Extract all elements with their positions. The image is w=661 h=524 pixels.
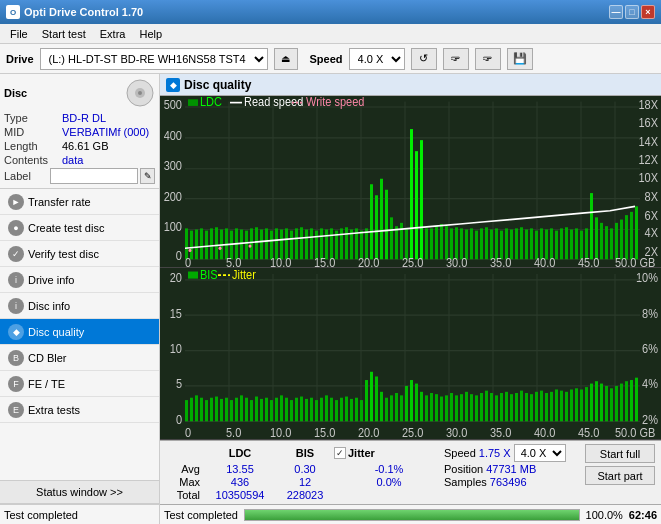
svg-rect-110 [560,228,563,259]
avg-row: Avg 13.55 0.30 -0.1% Position 47731 MB [166,463,581,475]
svg-rect-106 [540,228,543,259]
sidebar-item-transfer-rate[interactable]: ► Transfer rate [0,189,159,215]
svg-rect-260 [620,384,623,422]
svg-rect-195 [295,398,298,422]
svg-rect-253 [585,387,588,421]
svg-rect-92 [470,228,473,259]
svg-rect-53 [275,228,278,259]
nav-label-create-test: Create test disc [28,222,104,234]
svg-text:100: 100 [164,220,182,233]
sidebar-item-extra-tests[interactable]: E Extra tests [0,397,159,423]
label-input[interactable] [50,168,138,184]
main-layout: Disc Type BD-R DL MID VERBATIMf (000) Le… [0,74,661,524]
speed-select-drive[interactable]: 4.0 X [349,48,405,70]
svg-rect-233 [485,391,488,422]
start-full-button[interactable]: Start full [585,444,655,463]
menu-extra[interactable]: Extra [94,26,132,42]
svg-rect-178 [210,398,213,422]
maximize-button[interactable]: □ [625,5,639,19]
svg-text:45.0: 45.0 [578,257,599,267]
svg-rect-175 [195,395,198,421]
sidebar-item-fe-te[interactable]: F FE / TE [0,371,159,397]
svg-rect-186 [250,400,253,421]
disc-panel: Disc Type BD-R DL MID VERBATIMf (000) Le… [0,74,159,189]
svg-rect-117 [595,217,598,259]
svg-text:16X: 16X [638,116,658,129]
svg-rect-208 [360,400,363,421]
menu-file[interactable]: File [4,26,34,42]
status-window-button[interactable]: Status window >> [0,480,159,504]
svg-text:50.0 GB: 50.0 GB [615,425,655,439]
svg-rect-230 [470,394,473,421]
svg-text:4X: 4X [645,227,659,240]
content-status-text: Test completed [164,509,238,521]
menu-start-test[interactable]: Start test [36,26,92,42]
start-part-button[interactable]: Start part [585,466,655,485]
svg-rect-72 [370,184,373,259]
eject-button[interactable]: ⏏ [274,48,298,70]
svg-rect-262 [630,380,633,421]
toolbar-btn-3[interactable]: 🖙 [475,48,501,70]
svg-text:BIS: BIS [200,268,218,282]
nav-label-transfer-rate: Transfer rate [28,196,91,208]
svg-rect-248 [560,391,563,422]
svg-rect-203 [335,400,338,421]
svg-rect-251 [575,388,578,421]
sidebar-item-create-test[interactable]: ● Create test disc [0,215,159,241]
svg-rect-226 [450,393,453,421]
svg-rect-94 [480,228,483,259]
app-title: Opti Drive Control 1.70 [24,6,143,18]
svg-rect-215 [395,393,398,421]
svg-rect-228 [460,394,463,421]
verify-test-icon: ✓ [8,246,24,262]
svg-rect-231 [475,395,478,421]
disc-quality-header: ◆ Disc quality [160,74,661,96]
total-bis: 228023 [276,489,334,501]
svg-rect-205 [345,397,348,422]
svg-rect-181 [225,398,228,422]
content-status-bar: Test completed 100.0% 62:46 [160,504,661,524]
svg-rect-243 [535,392,538,421]
menu-help[interactable]: Help [133,26,168,42]
svg-rect-81 [415,151,418,259]
drive-select[interactable]: (L:) HL-DT-ST BD-RE WH16NS58 TST4 [40,48,268,70]
sidebar-item-disc-info[interactable]: i Disc info [0,293,159,319]
sidebar-item-disc-quality[interactable]: ◆ Disc quality [0,319,159,345]
svg-rect-86 [440,224,443,259]
speed-select-stats[interactable]: 4.0 X [514,444,566,462]
disc-panel-title: Disc [4,87,27,99]
label-button[interactable]: ✎ [140,168,155,184]
refresh-button[interactable]: ↺ [411,48,437,70]
svg-rect-48 [250,228,253,259]
jitter-checkbox[interactable]: ✓ [334,447,346,459]
svg-text:Write speed: Write speed [306,96,364,108]
nav-label-disc-info: Disc info [28,300,70,312]
sidebar-item-drive-info[interactable]: i Drive info [0,267,159,293]
svg-rect-39 [205,231,208,260]
svg-text:4%: 4% [642,376,658,391]
svg-rect-182 [230,400,233,421]
bis-chart-svg: 20 15 10 5 0 10% 8% 6% 4% 2% [160,268,661,439]
nav-items: ► Transfer rate ● Create test disc ✓ Ver… [0,189,159,480]
svg-text:10: 10 [170,341,183,356]
save-button[interactable]: 💾 [507,48,533,70]
svg-rect-200 [320,398,323,422]
svg-rect-98 [500,231,503,260]
svg-rect-119 [605,226,608,259]
close-button[interactable]: × [641,5,655,19]
sidebar-item-verify-test[interactable]: ✓ Verify test disc [0,241,159,267]
svg-rect-259 [615,386,618,421]
drive-info-icon: i [8,272,24,288]
svg-rect-120 [610,228,613,259]
toolbar-btn-2[interactable]: 🖙 [443,48,469,70]
app-icon: O [6,5,20,19]
avg-ldc: 13.55 [204,463,276,475]
ldc-chart: 500 400 300 200 100 0 18X 16X 14X 12X 10… [160,96,661,268]
minimize-button[interactable]: — [609,5,623,19]
svg-rect-191 [275,398,278,422]
svg-text:15.0: 15.0 [314,257,335,267]
svg-text:50.0 GB: 50.0 GB [615,257,656,267]
svg-text:20.0: 20.0 [358,425,380,439]
sidebar-item-cd-bler[interactable]: B CD Bler [0,345,159,371]
svg-rect-52 [270,231,273,260]
